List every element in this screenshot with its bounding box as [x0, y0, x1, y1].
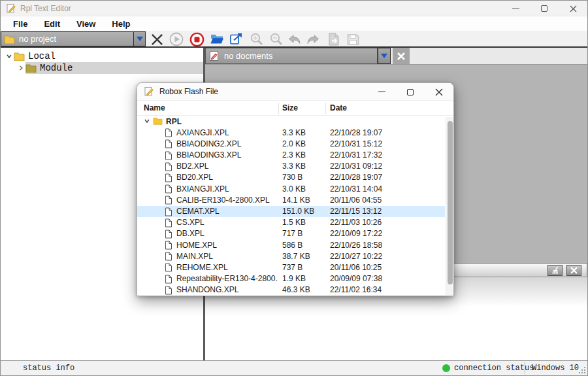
file-row[interactable]: BD20.XPL 730 B 22/10/28 19:07	[137, 172, 445, 183]
redo-button[interactable]	[305, 32, 321, 46]
file-date: 20/09/09 07:38	[330, 274, 382, 283]
chevron-right-icon[interactable]	[16, 65, 25, 71]
tree-selection-highlight: Module	[25, 62, 203, 74]
file-row[interactable]: CEMAT.XPL 151.0 KB 22/11/15 13:12	[137, 206, 445, 217]
minimize-button[interactable]	[501, 1, 530, 16]
title-bar: Rpl Text Editor	[1, 1, 587, 16]
folder-yellow-icon	[14, 52, 25, 61]
folder-name: RPL	[166, 117, 267, 126]
file-date: 22/11/03 10:26	[330, 218, 382, 227]
file-size: 14.1 KB	[282, 196, 310, 205]
dialog-maximize-button[interactable]	[396, 83, 425, 101]
file-name: AXIANGJI.XPL	[176, 128, 278, 137]
tree-item-label: Module	[40, 63, 73, 73]
file-size: 1.9 KB	[282, 274, 306, 283]
file-name: CS.XPL	[176, 218, 278, 227]
chevron-down-icon[interactable]	[5, 53, 14, 60]
file-date: 22/11/15 13:12	[330, 207, 382, 216]
dialog-close-button[interactable]	[425, 83, 453, 101]
file-name: BD2.XPL	[176, 162, 278, 171]
document-close-button[interactable]	[393, 48, 410, 64]
file-row[interactable]: BBIAODING2.XPL 2.0 KB 22/10/31 15:12	[137, 138, 445, 149]
close-project-button[interactable]	[149, 32, 165, 46]
project-combobox[interactable]: no project	[1, 31, 146, 46]
file-row[interactable]: BXIANGJI.XPL 3.0 KB 22/10/31 14:04	[137, 183, 445, 194]
file-row[interactable]: AXIANGJI.XPL 3.3 KB 22/10/28 19:07	[137, 127, 445, 138]
file-row[interactable]: MAIN.XPL 38.7 KB 22/10/27 10:22	[137, 250, 445, 262]
close-button[interactable]	[559, 1, 587, 16]
open-folder-button[interactable]	[209, 32, 225, 46]
menu-help[interactable]: Help	[108, 19, 133, 29]
menu-view[interactable]: View	[73, 19, 99, 29]
play-icon	[169, 32, 184, 46]
output-close-button[interactable]	[566, 265, 581, 276]
maximize-button[interactable]	[530, 1, 559, 16]
file-row[interactable]: CS.XPL 1.5 KB 22/11/03 10:26	[137, 217, 445, 228]
file-name: HOME.XPL	[176, 241, 278, 250]
statusbar-divider	[525, 362, 525, 374]
menu-edit[interactable]: Edit	[41, 19, 63, 29]
save-icon	[346, 33, 360, 46]
file-list: RPL AXIANGJI.XPL 3.3 KB 22/10/28 19:07 B…	[137, 116, 453, 296]
zoom-out-button[interactable]	[269, 32, 284, 46]
toolbar: no project	[1, 31, 587, 48]
file-date: 22/10/31 17:32	[330, 150, 382, 160]
file-size: 3.3 KB	[282, 128, 306, 137]
file-name: DB.XPL	[176, 229, 278, 238]
menu-file[interactable]: File	[10, 19, 31, 29]
file-date: 20/11/06 04:55	[330, 196, 382, 205]
file-row[interactable]: HOME.XPL 586 B 22/10/26 18:58	[137, 239, 445, 250]
dropdown-arrow-icon	[137, 37, 143, 41]
document-dropdown-button[interactable]	[378, 48, 391, 64]
document-header-bar: no docments	[205, 48, 587, 65]
file-date: 22/10/09 17:22	[330, 229, 382, 238]
file-row[interactable]: SHANDONG.XPL 46.3 KB 22/11/02 16:34	[137, 284, 445, 296]
folder-yellow-icon	[153, 117, 163, 125]
file-size: 717 B	[282, 229, 302, 238]
zoom-in-icon	[250, 32, 264, 46]
chevron-down-icon[interactable]	[142, 118, 152, 124]
close-icon	[397, 52, 406, 61]
output-clear-button[interactable]	[547, 265, 563, 276]
file-row[interactable]: BBIAODING3.XPL 2.3 KB 22/10/31 17:32	[137, 150, 445, 161]
edit-file-button[interactable]	[228, 32, 244, 46]
folder-row-rpl[interactable]: RPL	[137, 116, 445, 127]
menu-bar: File Edit View Help	[1, 16, 587, 31]
scrollbar-thumb[interactable]	[448, 121, 453, 284]
connection-dot	[442, 364, 450, 372]
resize-grip-icon[interactable]	[578, 366, 586, 374]
export-file-button[interactable]	[326, 32, 342, 46]
app-icon	[6, 3, 16, 14]
column-date[interactable]: Date	[330, 103, 347, 112]
tree-item-module[interactable]: Module	[1, 62, 203, 74]
app-window: Rpl Text Editor File Edit View Help no p…	[0, 0, 588, 376]
file-date: 22/10/28 19:07	[330, 128, 382, 137]
file-row[interactable]: CALIB-ER130-4-2800.XPL 14.1 KB 20/11/06 …	[137, 194, 445, 205]
column-size[interactable]: Size	[282, 103, 298, 112]
file-row[interactable]: Repeatability-ER130-4-2800... 1.9 KB 20/…	[137, 273, 445, 284]
undo-button[interactable]	[287, 32, 302, 46]
file-icon	[165, 196, 172, 205]
file-icon	[165, 252, 172, 261]
column-divider[interactable]	[325, 103, 326, 114]
dialog-minimize-button[interactable]	[367, 83, 396, 101]
document-combobox[interactable]: no docments	[205, 48, 378, 64]
dialog-title-bar: Robox Flash File	[137, 83, 453, 101]
file-date: 22/10/31 14:04	[330, 184, 382, 194]
column-divider[interactable]	[278, 103, 279, 114]
column-name[interactable]: Name	[144, 103, 165, 112]
connection-status-text: connection status	[454, 364, 534, 373]
tree-item-local[interactable]: Local	[1, 50, 203, 62]
save-file-button[interactable]	[345, 32, 361, 46]
file-row[interactable]: BD2.XPL 3.3 KB 22/10/31 09:12	[137, 161, 445, 172]
project-dropdown-button[interactable]	[133, 32, 145, 46]
zoom-in-button[interactable]	[249, 32, 265, 46]
file-date: 22/10/27 10:22	[330, 252, 382, 261]
stop-button[interactable]	[189, 32, 204, 46]
file-row[interactable]: DB.XPL 717 B 22/10/09 17:22	[137, 228, 445, 239]
file-date: 22/10/31 09:12	[330, 162, 382, 171]
run-button[interactable]	[169, 32, 184, 46]
file-row[interactable]: REHOME.XPL 737 B 20/11/06 10:25	[137, 262, 445, 273]
file-name: BXIANGJI.XPL	[176, 184, 278, 194]
dialog-scrollbar[interactable]	[446, 117, 453, 295]
